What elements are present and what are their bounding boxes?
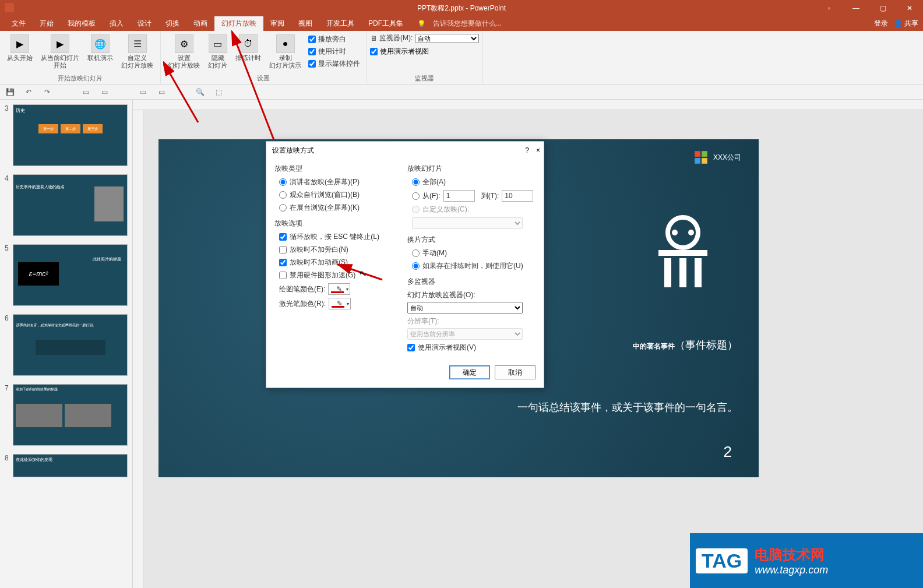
from-label: 从(F):: [422, 191, 441, 201]
undo-icon[interactable]: ↶: [23, 87, 34, 97]
tab-mytemplate[interactable]: 我的模板: [61, 16, 103, 31]
minimize-icon[interactable]: ―: [843, 0, 869, 16]
timer-icon: ⏱: [239, 34, 258, 53]
manual-advance-radio[interactable]: 手动(M): [412, 248, 536, 258]
share-button[interactable]: 👤 共享: [894, 19, 918, 29]
tab-start[interactable]: 开始: [33, 16, 61, 31]
play-narration-label: 播放旁白: [318, 34, 346, 44]
maximize-icon[interactable]: ▢: [869, 0, 896, 16]
show-media-controls-checkbox[interactable]: 显示媒体控件: [308, 59, 360, 69]
ok-button[interactable]: 确定: [449, 365, 490, 379]
tab-transitions[interactable]: 切换: [158, 16, 186, 31]
tellme-field[interactable]: 告诉我您想要做什么...: [433, 19, 502, 29]
loop-checkbox[interactable]: 循环放映，按 ESC 键终止(L): [279, 232, 403, 242]
tab-design[interactable]: 设计: [131, 16, 158, 31]
dialog-title[interactable]: 设置放映方式 ? ×: [266, 142, 544, 159]
show-type-kiosk-radio[interactable]: 在展台浏览(全屏幕)(K): [279, 203, 403, 213]
tellme-icon[interactable]: 💡: [410, 17, 433, 30]
qat-icon-6[interactable]: ⬚: [213, 87, 224, 97]
rehearse-button[interactable]: ⏱排练计时: [232, 33, 265, 71]
setup-slideshow-label: 设置 幻灯片放映: [168, 54, 200, 69]
setup-slideshow-button[interactable]: ⚙设置 幻灯片放映: [164, 33, 203, 71]
no-narration-checkbox[interactable]: 放映时不加旁白(N): [279, 245, 403, 255]
slide-page-number: 2: [724, 443, 732, 461]
use-presenter-view-checkbox[interactable]: 使用演示者视图(V): [407, 343, 536, 353]
vertical-ruler[interactable]: [133, 110, 143, 588]
show-media-controls-label: 显示媒体控件: [318, 59, 360, 69]
tab-insert[interactable]: 插入: [103, 16, 131, 31]
laser-color-label: 激光笔颜色(R):: [279, 299, 326, 309]
qat-icon-2[interactable]: ▭: [99, 87, 110, 97]
record-slideshow-button[interactable]: ●录制 幻灯片演示: [266, 33, 305, 71]
record-icon: ●: [276, 34, 295, 53]
presenter-view-checkbox[interactable]: 使用演示者视图: [370, 47, 429, 57]
custom-slideshow-button[interactable]: ☰自定义 幻灯片放映: [118, 33, 157, 71]
no-animation-checkbox[interactable]: 放映时不加动画(S): [279, 258, 403, 267]
thumbnail-panel[interactable]: 3历史第一步第二步第三步 4历史事件的重要人物的姓名 5ε=mc²此处照片的标题…: [0, 100, 133, 588]
cancel-button[interactable]: 取消: [495, 365, 536, 379]
globe-icon: 🌐: [91, 34, 110, 53]
pen-color-button[interactable]: ✎▾: [328, 283, 350, 295]
thumbnail-slide-5[interactable]: ε=mc²此处照片的标题: [13, 244, 128, 306]
svg-rect-3: [702, 158, 707, 164]
play-icon: ▶: [10, 34, 29, 53]
qat-icon-4[interactable]: ▭: [156, 87, 167, 97]
login-link[interactable]: 登录: [874, 19, 888, 29]
titlebar: PPT教程2.pptx - PowerPoint ▫ ― ▢ ✕: [0, 0, 923, 16]
qat-icon-1[interactable]: ▭: [80, 87, 91, 97]
to-input[interactable]: 10: [502, 190, 533, 202]
group-setup: 设置: [257, 74, 270, 83]
quick-access-toolbar: 💾 ↶ ↷ ▭ ▭ ▭ ▭ 🔍 ⬚: [0, 84, 923, 100]
present-online-label: 联机演示: [87, 54, 113, 62]
ribbon-options-icon[interactable]: ▫: [816, 0, 843, 16]
play-narration-checkbox[interactable]: 播放旁白: [308, 34, 360, 44]
save-icon[interactable]: 💾: [5, 87, 15, 97]
dialog-close-icon[interactable]: ×: [536, 146, 540, 154]
horizontal-ruler[interactable]: [133, 100, 923, 110]
thumbnail-slide-7[interactable]: 添加下的列的附效果的标题: [13, 384, 128, 446]
from-current-button[interactable]: ▶从当前幻灯片 开始: [37, 33, 83, 71]
custom-show-icon: ☰: [128, 34, 147, 53]
custom-slideshow-label: 自定义 幻灯片放映: [121, 54, 153, 69]
thumbnail-slide-6[interactable]: 该事件的名言，或支持的论文或声明后的一般行动。: [13, 314, 128, 376]
dialog-title-text: 设置放映方式: [272, 146, 314, 156]
redo-icon[interactable]: ↷: [42, 87, 52, 97]
show-type-presenter-radio[interactable]: 演讲者放映(全屏幕)(P): [279, 177, 403, 187]
laser-color-button[interactable]: ✎▾: [329, 298, 351, 309]
monitor-icon: 🖥: [370, 34, 377, 43]
tab-view[interactable]: 视图: [291, 16, 319, 31]
thumbnail-slide-4[interactable]: 历史事件的重要人物的姓名: [13, 174, 128, 236]
from-current-label: 从当前幻灯片 开始: [41, 54, 79, 69]
thumbnail-slide-3[interactable]: 历史第一步第二步第三步: [13, 104, 128, 166]
slide-tagline: 一句话总结该事件，或关于该事件的一句名言。: [517, 400, 738, 414]
dialog-help-icon[interactable]: ?: [525, 146, 529, 154]
hide-slide-button[interactable]: ▭隐藏 幻灯片: [205, 33, 231, 71]
slideshow-monitor-select[interactable]: 自动: [407, 302, 523, 314]
all-slides-radio[interactable]: 全部(A): [412, 177, 536, 187]
qat-icon-5[interactable]: 🔍: [195, 87, 205, 97]
tab-review[interactable]: 审阅: [263, 16, 291, 31]
show-slides-heading: 放映幻灯片: [407, 164, 536, 174]
monitor-select[interactable]: 自动: [415, 34, 479, 43]
tab-pdf[interactable]: PDF工具集: [361, 16, 410, 31]
from-input[interactable]: 1: [443, 190, 475, 202]
from-beginning-button[interactable]: ▶从头开始: [3, 33, 36, 71]
pen-color-label: 绘图笔颜色(E):: [279, 284, 325, 294]
svg-rect-1: [702, 151, 707, 157]
present-online-button[interactable]: 🌐联机演示: [84, 33, 117, 71]
use-timings-checkbox[interactable]: 使用计时: [308, 47, 360, 57]
slide-range-row[interactable]: 从(F):1到(T):10: [412, 190, 536, 202]
use-timings-label: 使用计时: [318, 47, 346, 57]
thumbnail-slide-8[interactable]: 在此处添加你的发现: [13, 454, 128, 477]
record-slideshow-label: 录制 幻灯片演示: [269, 54, 301, 69]
setup-show-dialog: 设置放映方式 ? × 放映类型 演讲者放映(全屏幕)(P) 观众自行浏览(窗口)…: [266, 141, 544, 388]
tab-slideshow[interactable]: 幻灯片放映: [214, 16, 263, 31]
close-icon[interactable]: ✕: [896, 0, 923, 16]
disable-hw-checkbox[interactable]: 禁用硬件图形加速(G): [279, 270, 403, 280]
qat-icon-3[interactable]: ▭: [138, 87, 148, 97]
tab-file[interactable]: 文件: [5, 16, 33, 31]
tab-developer[interactable]: 开发工具: [319, 16, 361, 31]
show-type-browsed-radio[interactable]: 观众自行浏览(窗口)(B): [279, 190, 403, 200]
use-timings-radio[interactable]: 如果存在排练时间，则使用它(U): [412, 261, 536, 271]
tab-animations[interactable]: 动画: [186, 16, 214, 31]
